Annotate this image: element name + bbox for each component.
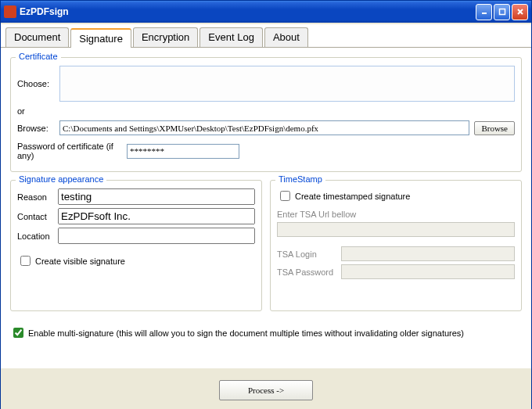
tsa-url-hint: Enter TSA Url bellow (277, 210, 515, 219)
svg-rect-1 (499, 9, 505, 15)
titlebar: EzPDFsign (1, 1, 531, 23)
maximize-button[interactable] (494, 4, 510, 20)
tab-encryption[interactable]: Encryption (133, 27, 198, 47)
multi-signature-checkbox[interactable] (13, 328, 23, 338)
location-input[interactable] (58, 228, 255, 244)
app-window: EzPDFsign Document Signature Encryption … (0, 0, 532, 409)
window-controls (476, 4, 528, 20)
tab-content: Certificate Choose: or Browse: Browse Pa… (1, 48, 531, 368)
process-button[interactable]: Process -> (219, 380, 313, 400)
tsa-login-input (341, 246, 515, 261)
app-icon (4, 5, 16, 18)
signature-appearance-group: Signature appearance Reason Contact Loca… (10, 180, 262, 311)
create-timestamp-checkbox[interactable] (280, 191, 290, 201)
contact-input[interactable] (58, 208, 255, 224)
footer: Process -> (1, 368, 531, 409)
signature-appearance-legend: Signature appearance (16, 174, 106, 184)
tab-signature[interactable]: Signature (70, 28, 131, 48)
choose-label: Choose: (17, 79, 59, 88)
tab-event-log[interactable]: Event Log (200, 27, 263, 47)
close-button[interactable] (512, 4, 528, 20)
tsa-login-label: TSA Login (277, 249, 341, 259)
timestamp-group: TimeStamp Create timestamped signature E… (270, 180, 522, 311)
tsa-password-label: TSA Password (277, 267, 341, 277)
contact-label: Contact (17, 212, 58, 221)
create-timestamp-label: Create timestamped signature (295, 192, 410, 201)
timestamp-legend: TimeStamp (275, 174, 325, 184)
cert-password-label: Password of certificate (if any) (17, 142, 127, 160)
certificate-choose-area[interactable] (59, 66, 515, 102)
minimize-button[interactable] (476, 4, 492, 20)
window-title: EzPDFsign (20, 6, 476, 17)
or-label: or (17, 106, 515, 116)
tab-bar: Document Signature Encryption Event Log … (1, 24, 531, 48)
reason-label: Reason (17, 192, 58, 202)
visible-signature-checkbox[interactable] (20, 256, 31, 266)
reason-input[interactable] (58, 188, 255, 205)
browse-path-input[interactable] (59, 120, 469, 135)
multi-signature-label: Enable multi-signature (this will allow … (28, 328, 464, 338)
cert-password-input[interactable] (127, 144, 239, 159)
location-label: Location (17, 231, 58, 241)
tsa-url-input (277, 222, 515, 237)
certificate-legend: Certificate (16, 52, 61, 61)
browse-button[interactable]: Browse (474, 121, 515, 135)
browse-label: Browse: (17, 124, 59, 133)
visible-signature-label: Create visible signature (35, 257, 125, 266)
tsa-password-input (341, 264, 515, 279)
tab-document[interactable]: Document (5, 27, 69, 47)
certificate-group: Certificate Choose: or Browse: Browse Pa… (10, 57, 522, 172)
tab-about[interactable]: About (264, 27, 308, 47)
